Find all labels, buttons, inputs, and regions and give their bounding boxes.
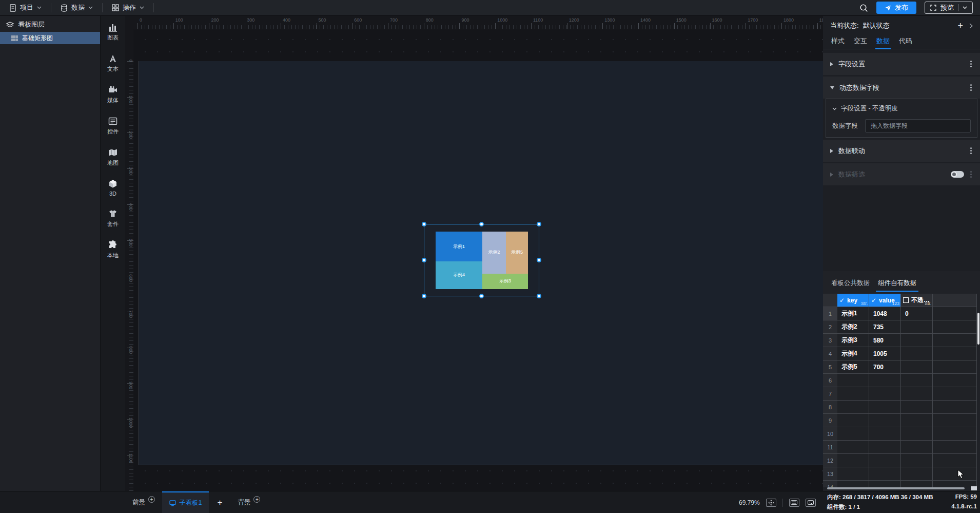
cell-extra[interactable] (933, 401, 977, 414)
cell-extra[interactable] (933, 334, 977, 347)
add-page-button[interactable]: + (209, 491, 230, 513)
selection-box[interactable] (424, 224, 539, 296)
preview-button[interactable]: 预览 (925, 2, 973, 14)
chevron-right-icon[interactable] (969, 23, 973, 29)
tab-code[interactable]: 代码 (899, 33, 912, 49)
cell-opacity[interactable] (901, 441, 933, 454)
cell-key[interactable] (837, 387, 869, 401)
cell-value[interactable] (869, 374, 901, 387)
cell-value[interactable] (869, 441, 901, 454)
toolbox-item-7[interactable]: 套件 (101, 208, 126, 228)
tab-data[interactable]: 数据 (876, 33, 890, 49)
cell-opacity[interactable] (901, 454, 933, 467)
cell-extra[interactable] (933, 374, 977, 387)
table-row-5[interactable]: 5示例5700 (823, 360, 977, 374)
cell-opacity[interactable]: 0 (901, 307, 933, 320)
table-row-12[interactable]: 12 (823, 454, 977, 467)
cell-extra[interactable] (933, 347, 977, 360)
cell-opacity[interactable] (901, 387, 933, 401)
table-row-2[interactable]: 2示例2735 (823, 320, 977, 334)
cell-value[interactable] (869, 467, 901, 481)
table-row-3[interactable]: 3示例3580 (823, 334, 977, 347)
table-row-4[interactable]: 4示例41005 (823, 347, 977, 360)
kebab-menu-icon[interactable] (969, 83, 973, 92)
cell-opacity[interactable] (901, 481, 933, 487)
cell-key[interactable]: 示例2 (837, 320, 869, 334)
menu-actions[interactable]: 操作 (103, 0, 153, 16)
console-button[interactable] (806, 499, 816, 507)
cell-opacity[interactable] (901, 467, 933, 481)
section-dynamic-fields[interactable]: 动态数据字段 (823, 77, 980, 99)
section-data-filter[interactable]: 数据筛选 (823, 163, 980, 185)
menu-data[interactable]: 数据 (51, 0, 102, 16)
tab-interaction[interactable]: 交互 (854, 33, 867, 49)
table-row-9[interactable]: 9 (823, 414, 977, 427)
cell-key[interactable] (837, 441, 869, 454)
table-header-key[interactable]: ✓ key Str. (837, 294, 869, 307)
cell-key[interactable] (837, 427, 869, 441)
cell-extra[interactable] (933, 414, 977, 427)
cell-key[interactable] (837, 454, 869, 467)
tab-background[interactable]: 背景 + (230, 491, 267, 513)
selection-handle-w[interactable] (422, 258, 426, 262)
cell-extra[interactable] (933, 467, 977, 481)
cell-extra[interactable] (933, 427, 977, 441)
selection-handle-nw[interactable] (422, 222, 426, 226)
cell-key[interactable] (837, 481, 869, 487)
section-field-settings[interactable]: 字段设置 (823, 53, 980, 75)
toolbox-item-4[interactable]: 控件 (101, 116, 126, 136)
toolbox-item-8[interactable]: 本地 (101, 240, 126, 259)
tab-public-data[interactable]: 看板公共数据 (831, 275, 870, 292)
tab-foreground[interactable]: 前景 + (125, 491, 162, 513)
table-row-6[interactable]: 6 (823, 374, 977, 387)
add-foreground-icon[interactable]: + (148, 496, 155, 503)
cell-opacity[interactable] (901, 347, 933, 360)
cell-value[interactable]: 735 (869, 320, 901, 334)
cell-key[interactable] (837, 401, 869, 414)
table-row-14[interactable]: 14 (823, 481, 977, 487)
tab-subboard[interactable]: 子看板1 (162, 491, 209, 513)
table-header-value[interactable]: ✓ value 123 (869, 294, 901, 307)
cell-extra[interactable] (933, 441, 977, 454)
cell-key[interactable]: 示例3 (837, 334, 869, 347)
cell-value[interactable]: 1005 (869, 347, 901, 360)
table-vertical-scrollbar[interactable] (977, 313, 979, 345)
menu-project[interactable]: 项目 (0, 0, 51, 16)
cell-value[interactable] (869, 454, 901, 467)
search-icon[interactable] (859, 4, 868, 12)
table-row-1[interactable]: 1示例110480 (823, 307, 977, 320)
table-horizontal-scrollbar[interactable] (827, 487, 965, 489)
table-horizontal-scrollbar-end[interactable] (971, 486, 977, 490)
kebab-menu-icon[interactable] (969, 60, 973, 68)
table-row-11[interactable]: 11 (823, 441, 977, 454)
table-row-7[interactable]: 7 (823, 387, 977, 401)
cell-value[interactable] (869, 387, 901, 401)
cell-key[interactable]: 示例4 (837, 347, 869, 360)
cell-extra[interactable] (933, 360, 977, 374)
data-filter-toggle[interactable] (951, 171, 964, 178)
table-row-10[interactable]: 10 (823, 427, 977, 441)
cell-key[interactable] (837, 467, 869, 481)
publish-button[interactable]: 发布 (876, 2, 916, 14)
kebab-menu-icon[interactable] (969, 146, 973, 155)
toolbox-item-1[interactable]: 图表 (101, 22, 126, 42)
cell-extra[interactable] (933, 387, 977, 401)
cell-value[interactable]: 700 (869, 360, 901, 374)
cell-value[interactable] (869, 481, 901, 487)
opacity-field-title-row[interactable]: 字段设置 - 不透明度 (826, 99, 977, 113)
fit-screen-button[interactable] (766, 499, 776, 507)
keyboard-shortcuts-button[interactable] (789, 499, 799, 507)
cell-opacity[interactable] (901, 414, 933, 427)
cell-opacity[interactable] (901, 320, 933, 334)
data-field-input[interactable] (865, 119, 971, 132)
selection-handle-s[interactable] (479, 294, 484, 298)
toolbox-item-2[interactable]: 文本 (101, 53, 126, 73)
add-state-button[interactable]: + (953, 21, 967, 31)
cell-extra[interactable] (933, 454, 977, 467)
cell-opacity[interactable] (901, 360, 933, 374)
table-row-13[interactable]: 13 (823, 467, 977, 481)
tab-style[interactable]: 样式 (831, 33, 845, 49)
cell-extra[interactable] (933, 320, 977, 334)
zoom-level[interactable]: 69.79% (739, 499, 760, 506)
tab-own-data[interactable]: 组件自有数据 (878, 275, 916, 292)
